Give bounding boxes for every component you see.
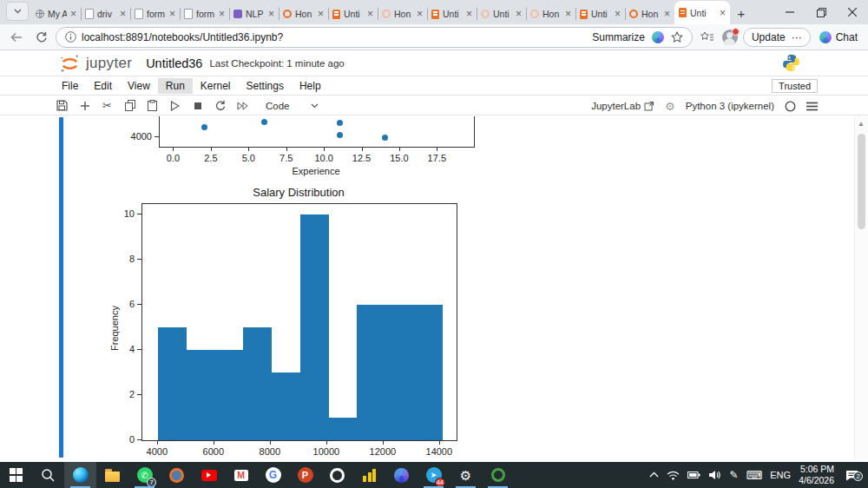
clock[interactable]: 5:06 PM4/6/2026 (799, 464, 834, 486)
tab-close-icon[interactable]: × (565, 9, 571, 19)
browser-tab-form-3[interactable]: form× (180, 3, 229, 24)
browser-tab-driv-1[interactable]: driv× (81, 3, 130, 24)
url-bar[interactable]: localhost:8891/notebooks/Untitled36.ipyn… (56, 27, 693, 48)
save-button[interactable] (56, 99, 69, 112)
url-text[interactable]: localhost:8891/notebooks/Untitled36.ipyn… (82, 31, 587, 43)
tab-close-icon[interactable]: × (417, 9, 423, 19)
profile-avatar[interactable] (722, 30, 738, 45)
volume-indicator[interactable] (708, 470, 721, 480)
refresh-button[interactable] (31, 28, 50, 47)
battery-indicator[interactable] (687, 471, 700, 479)
browser-tab-strip: My A×driv×form×form×NLP×Hon×Unti×Hon×Unt… (0, 0, 868, 24)
stop-kernel-button[interactable] (191, 99, 204, 112)
site-info-icon[interactable] (65, 31, 76, 43)
taskbar-powerpoint[interactable]: P (289, 462, 321, 488)
pen-indicator[interactable]: ✎ (729, 469, 738, 481)
taskbar-powerbi[interactable] (353, 462, 385, 488)
tab-close-icon[interactable]: × (720, 8, 726, 18)
taskbar-edge[interactable] (64, 462, 96, 488)
menu-help[interactable]: Help (292, 78, 329, 94)
taskbar-search[interactable] (32, 462, 64, 488)
scrollbar-thumb[interactable] (858, 134, 865, 229)
taskbar-start[interactable] (0, 462, 32, 488)
browser-tab-unti-6[interactable]: Unti× (328, 3, 378, 24)
taskbar-settings[interactable]: ⚙ (450, 462, 482, 488)
favorite-star-icon[interactable] (671, 31, 683, 43)
taskbar-thunderbird[interactable] (161, 462, 193, 488)
gear-icon[interactable]: ⚙ (665, 100, 675, 113)
tab-close-icon[interactable]: × (664, 9, 670, 19)
taskbar-explorer[interactable] (96, 462, 128, 488)
browser-tab-unti-9[interactable]: Unti× (477, 3, 526, 24)
kernel-name[interactable]: Python 3 (ipykernel) (686, 101, 774, 111)
browser-tab-hon-7[interactable]: Hon× (378, 3, 427, 24)
copilot-icon[interactable] (652, 31, 664, 43)
tab-close-icon[interactable]: × (268, 9, 274, 19)
taskbar-google[interactable]: G (257, 462, 289, 488)
jupyter-brand[interactable]: jupyter (86, 55, 132, 72)
menu-kernel[interactable]: Kernel (193, 78, 239, 94)
browser-tab-nlp-4[interactable]: NLP× (229, 3, 279, 24)
tab-close-icon[interactable]: × (219, 9, 225, 19)
taskbar-chatgpt[interactable] (321, 462, 353, 488)
browser-tab-unti-8[interactable]: Unti× (427, 3, 477, 24)
favorites-bar-button[interactable] (698, 28, 717, 47)
menu-settings[interactable]: Settings (239, 78, 292, 94)
restore-button[interactable] (806, 0, 837, 24)
tab-close-icon[interactable]: × (318, 9, 324, 19)
scrollbar-up-arrow[interactable]: ▲ (858, 120, 865, 128)
browser-tab-hon-10[interactable]: Hon× (526, 3, 575, 24)
tray-expand-button[interactable] (649, 472, 659, 478)
hamburger-menu-icon[interactable] (806, 102, 818, 111)
taskbar-copilot365[interactable] (385, 462, 418, 488)
more-menu-icon[interactable]: ··· (792, 31, 802, 43)
tab-close-icon[interactable]: × (70, 9, 76, 19)
cell-type-dropdown[interactable]: Code (266, 101, 319, 111)
insert-cell-button[interactable] (78, 99, 91, 112)
taskbar-youtube[interactable] (193, 462, 225, 488)
tab-close-icon[interactable]: × (466, 9, 472, 19)
taskbar-telegram[interactable]: ➤44 (418, 462, 450, 488)
restart-kernel-button[interactable] (214, 99, 227, 112)
browser-tab-unti-11[interactable]: Unti× (575, 3, 625, 24)
minimize-button[interactable] (774, 0, 806, 24)
open-in-jupyterlab-link[interactable]: JupyterLab (591, 101, 654, 111)
menu-run[interactable]: Run (158, 78, 193, 94)
paste-cells-button[interactable] (146, 99, 159, 112)
action-center-button[interactable]: 2 (842, 470, 861, 481)
restart-run-all-button[interactable] (236, 99, 249, 112)
menu-view[interactable]: View (120, 78, 158, 94)
touch-keyboard-button[interactable]: ⌨ (746, 469, 763, 482)
wifi-indicator[interactable] (667, 471, 680, 480)
taskbar-gmail[interactable]: M (225, 462, 257, 488)
menu-edit[interactable]: Edit (86, 78, 120, 94)
browser-tab-hon-5[interactable]: Hon× (279, 3, 328, 24)
page-scrollbar[interactable]: ▲ (854, 116, 868, 459)
tab-close-icon[interactable]: × (615, 9, 621, 19)
taskbar-whatsapp[interactable]: ✆7 (128, 462, 161, 488)
tab-close-icon[interactable]: × (516, 9, 522, 19)
browser-tab-unti-13[interactable]: Unti× (674, 1, 730, 24)
language-indicator[interactable]: ENG (770, 470, 791, 480)
notebook-title[interactable]: Untitled36 (146, 56, 202, 70)
tab-close-icon[interactable]: × (169, 9, 175, 19)
tab-search-button[interactable] (6, 2, 29, 21)
new-tab-button[interactable]: + (730, 2, 753, 24)
browser-tab-my-a-0[interactable]: My A× (31, 3, 81, 24)
run-cell-button[interactable] (168, 99, 181, 112)
update-button[interactable]: Update ··· (743, 28, 811, 47)
browser-tab-form-2[interactable]: form× (130, 3, 180, 24)
back-button[interactable] (7, 28, 26, 47)
trusted-button[interactable]: Trusted (772, 79, 818, 93)
taskbar-greenring[interactable] (482, 462, 514, 488)
browser-tab-hon-12[interactable]: Hon× (625, 3, 674, 24)
summarize-label[interactable]: Summarize (592, 31, 645, 43)
menu-file[interactable]: File (54, 78, 86, 94)
notebook-content[interactable]: ▲ 0.02.55.07.510.012.515.017.54000Experi… (0, 116, 868, 459)
tab-close-icon[interactable]: × (120, 9, 126, 19)
tab-close-icon[interactable]: × (367, 9, 373, 19)
cut-cells-button[interactable]: ✂ (101, 99, 114, 112)
copy-cells-button[interactable] (123, 99, 136, 112)
copilot-chat-button[interactable]: Chat (816, 31, 861, 43)
close-window-button[interactable] (837, 0, 868, 24)
